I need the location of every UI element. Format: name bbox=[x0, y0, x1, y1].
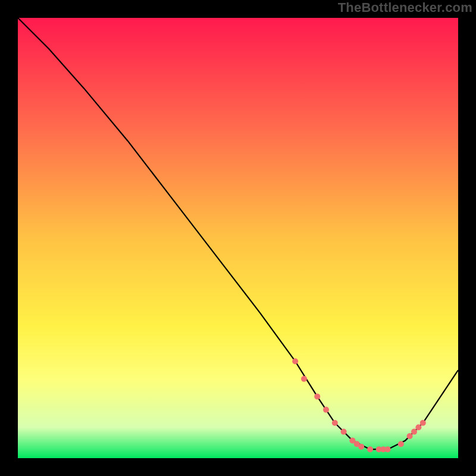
marker-point bbox=[411, 429, 417, 435]
marker-point bbox=[358, 444, 364, 450]
marker-point bbox=[367, 446, 373, 452]
gradient-background bbox=[18, 18, 458, 458]
marker-point bbox=[407, 433, 413, 439]
marker-point bbox=[398, 441, 404, 447]
marker-point bbox=[301, 376, 307, 382]
marker-point bbox=[420, 420, 426, 426]
plot-area bbox=[18, 18, 458, 458]
marker-point bbox=[332, 420, 338, 426]
marker-point bbox=[341, 429, 347, 435]
marker-point bbox=[314, 393, 320, 399]
chart-frame: TheBottlenecker.com bbox=[0, 0, 476, 476]
attribution-label: TheBottlenecker.com bbox=[338, 0, 472, 15]
marker-point bbox=[385, 446, 391, 452]
marker-point bbox=[415, 424, 421, 430]
marker-point bbox=[292, 358, 298, 364]
chart-svg bbox=[18, 18, 458, 458]
marker-point bbox=[323, 407, 329, 413]
